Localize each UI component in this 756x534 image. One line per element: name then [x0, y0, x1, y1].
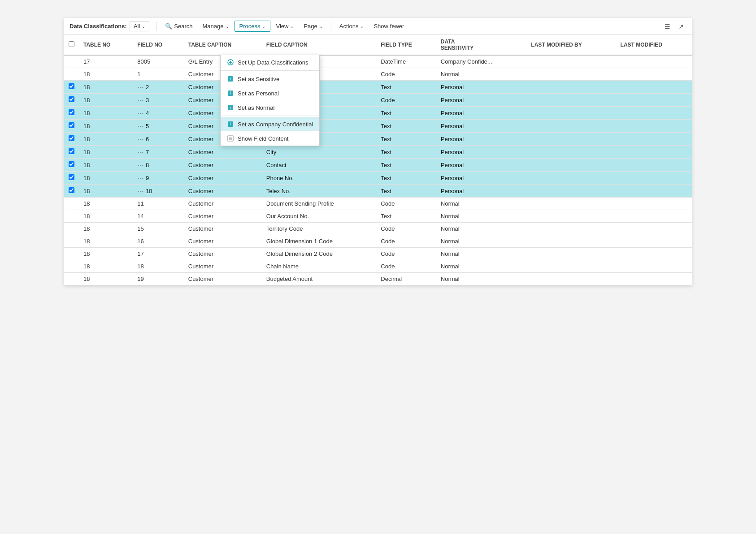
row-checkbox[interactable] [69, 135, 74, 141]
search-button[interactable]: 🔍 Search [161, 21, 197, 31]
process-menu-item-show_field[interactable]: Show Field Content [221, 131, 319, 146]
row-context-menu-icon[interactable]: ··· [137, 135, 144, 142]
table-row[interactable]: 18···10CustomerTelex No.TextPersonal [64, 185, 692, 198]
cell-last-modified-by [526, 159, 616, 172]
row-checkbox[interactable] [69, 161, 74, 167]
table-row[interactable]: 18···7CustomerCityTextPersonal [64, 146, 692, 159]
toolbar-separator-2 [331, 22, 331, 31]
row-context-menu-icon[interactable]: ··· [137, 174, 144, 181]
select-all-checkbox[interactable] [69, 41, 74, 47]
cell-field-no: ···8 [133, 159, 184, 171]
row-context-menu-icon[interactable]: ··· [137, 83, 144, 90]
cell-field-no: 1 [133, 68, 184, 80]
cell-field-caption: Document Sending Profile [262, 198, 377, 210]
cell-data-sensitivity: Personal [436, 185, 527, 198]
table-row[interactable]: 1817CustomerGlobal Dimension 2 CodeCodeN… [64, 248, 692, 260]
list-view-icon[interactable]: ☰ [662, 21, 673, 32]
process-label: Process [239, 23, 261, 30]
cell-table-no: 18 [79, 146, 133, 159]
cell-field-no: 11 [133, 198, 184, 210]
cell-field-no: 18 [133, 260, 184, 272]
show-fewer-label: Show fewer [374, 23, 404, 30]
process-menu-item-sensitive[interactable]: iSet as Sensitive [221, 72, 319, 86]
actions-button[interactable]: Actions ⌄ [335, 21, 369, 31]
page-label: Page [304, 23, 317, 30]
show-fewer-button[interactable]: Show fewer [369, 21, 408, 31]
col-last-modified-by: LAST MODIFIED BY [526, 35, 616, 55]
row-context-menu-icon[interactable]: ··· [137, 187, 144, 194]
cell-last-modified [616, 107, 692, 120]
cell-last-modified-by [526, 146, 616, 159]
menu-item-icon-setup [227, 59, 234, 66]
cell-table-caption: Customer [184, 172, 262, 185]
actions-chevron-icon: ⌄ [360, 24, 364, 29]
process-menu-item-normal[interactable]: iSet as Normal [221, 100, 319, 115]
field-no-value: 8005 [137, 58, 150, 65]
cell-field-no: 15 [133, 223, 184, 235]
row-checkbox[interactable] [69, 122, 74, 128]
table-row[interactable]: 18···9CustomerPhone No.TextPersonal [64, 172, 692, 185]
row-checkbox[interactable] [69, 109, 74, 115]
cell-field-type: Code [376, 198, 436, 210]
process-menu-item-personal[interactable]: iSet as Personal [221, 86, 319, 100]
row-context-menu-icon[interactable]: ··· [137, 96, 144, 103]
process-button[interactable]: Process ⌄ [235, 21, 271, 32]
cell-data-sensitivity: Personal [436, 107, 527, 120]
row-context-menu-icon[interactable]: ··· [137, 122, 144, 129]
table-row[interactable]: 1815CustomerTerritory CodeCodeNormal [64, 223, 692, 235]
table-row[interactable]: 1811CustomerDocument Sending ProfileCode… [64, 198, 692, 210]
menu-item-icon-show_field [227, 135, 234, 142]
cell-field-type: Text [376, 133, 436, 146]
table-row[interactable]: 181CustomerCodeNormal [64, 68, 692, 81]
cell-field-type: Text [376, 210, 436, 223]
cell-data-sensitivity: Personal [436, 146, 527, 159]
table-row[interactable]: 18···8CustomerContactTextPersonal [64, 159, 692, 172]
table-row[interactable]: 178005G/L EntryModified DateTimeDateTime… [64, 55, 692, 68]
cell-field-no: ···2 [133, 81, 184, 93]
row-checkbox[interactable] [69, 96, 74, 102]
row-checkbox[interactable] [69, 174, 74, 180]
manage-chevron-icon: ⌄ [226, 24, 229, 29]
table-row[interactable]: 1816CustomerGlobal Dimension 1 CodeCodeN… [64, 235, 692, 248]
manage-button[interactable]: Manage ⌄ [198, 21, 234, 31]
cell-table-caption: Customer [184, 223, 262, 235]
cell-data-sensitivity: Personal [436, 159, 527, 172]
view-button[interactable]: View ⌄ [271, 21, 298, 31]
cell-data-sensitivity: Normal [436, 273, 527, 285]
process-menu-item-setup[interactable]: Set Up Data Classifications [221, 55, 319, 69]
page-button[interactable]: Page ⌄ [299, 21, 327, 31]
cell-field-no: 8005 [133, 56, 184, 68]
row-context-menu-icon[interactable]: ··· [137, 161, 144, 168]
expand-icon[interactable]: ↗ [676, 21, 686, 32]
table-row[interactable]: 1819CustomerBudgeted AmountDecimalNormal [64, 273, 692, 285]
search-icon: 🔍 [165, 23, 172, 30]
filter-all-dropdown[interactable]: All ⌄ [130, 21, 149, 31]
table-row[interactable]: 1818CustomerChain NameCodeNormal [64, 260, 692, 273]
process-menu-item-company_conf[interactable]: iSet as Company Confidential [221, 117, 319, 131]
table-row[interactable]: 18···6CustomerAddress 2TextPersonal [64, 133, 692, 146]
table-row[interactable]: 18···4Customere 2TextPersonal [64, 107, 692, 120]
cell-field-no: ···6 [133, 133, 184, 145]
cell-field-type: Code [376, 248, 436, 260]
row-checkbox[interactable] [69, 187, 74, 193]
row-checkbox-cell [64, 55, 79, 68]
field-no-value: 18 [137, 263, 143, 270]
cell-last-modified [616, 68, 692, 81]
cell-data-sensitivity: Personal [436, 120, 527, 133]
row-context-menu-icon[interactable]: ··· [137, 109, 144, 116]
table-row[interactable]: 18···2CustomerTextPersonal [64, 81, 692, 94]
row-checkbox[interactable] [69, 83, 74, 89]
cell-table-caption: Customer [184, 146, 262, 159]
cell-data-sensitivity: Normal [436, 68, 527, 81]
row-context-menu-icon[interactable]: ··· [137, 148, 144, 155]
row-checkbox-cell [64, 68, 79, 81]
table-row[interactable]: 1814CustomerOur Account No.TextNormal [64, 210, 692, 223]
select-all-header[interactable] [64, 35, 79, 55]
field-no-value: 10 [146, 188, 152, 194]
cell-last-modified [616, 94, 692, 107]
table-row[interactable]: 18···5CustomeressTextPersonal [64, 120, 692, 133]
manage-label: Manage [203, 23, 224, 30]
row-checkbox[interactable] [69, 148, 74, 154]
cell-field-type: Text [376, 107, 436, 120]
table-row[interactable]: 18···3Customerh NameCodePersonal [64, 94, 692, 107]
